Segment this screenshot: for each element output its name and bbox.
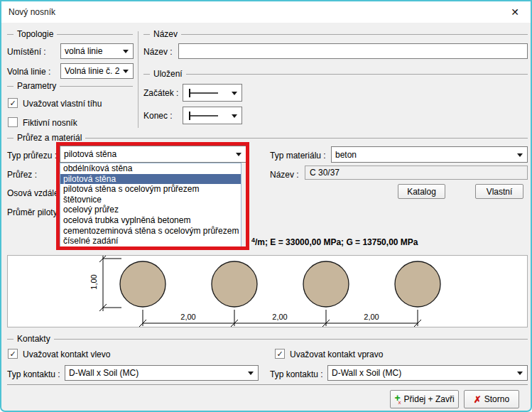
close-icon[interactable]: ✕ xyxy=(509,6,521,18)
group-name: Název xyxy=(143,29,528,39)
group-supports: Uložení xyxy=(143,69,528,79)
material-type-select[interactable]: beton xyxy=(331,146,528,163)
fictitious-beam-checkbox[interactable] xyxy=(8,117,18,127)
cancel-x-icon: ✗ xyxy=(474,394,482,405)
chevron-down-icon xyxy=(517,372,523,375)
material-name-field: C 30/37 xyxy=(305,166,528,180)
name-input[interactable] xyxy=(178,43,528,59)
location-value: volná linie xyxy=(65,46,102,56)
support-end-select[interactable] xyxy=(183,107,242,124)
add-close-button[interactable]: +x Přidej + Zavři xyxy=(390,390,459,408)
support-start-label: Začátek : xyxy=(143,88,178,98)
dropdown-item[interactable]: štětovnice xyxy=(60,195,241,205)
self-weight-label: Uvažovat vlastní tíhu xyxy=(23,99,102,109)
dropdown-item[interactable]: obdélníková stěna xyxy=(60,163,241,174)
group-contacts: Kontakty xyxy=(7,334,528,344)
group-name-label: Název xyxy=(153,29,178,39)
group-contacts-label: Kontakty xyxy=(17,334,50,344)
material-name-value: C 30/37 xyxy=(310,168,340,178)
support-end-label: Konec : xyxy=(143,111,173,121)
title-bar: Nový nosník ✕ xyxy=(1,1,531,23)
dialog-new-beam: Nový nosník ✕ Topologie Název Umístění :… xyxy=(0,0,532,412)
contact-type-left-label: Typ kontaktu : xyxy=(7,369,60,379)
section-type-select[interactable]: pilotová stěna xyxy=(60,146,246,163)
contact-type-right-select[interactable]: D-Wall x Soil (MC) xyxy=(327,365,528,381)
chevron-down-icon xyxy=(248,372,254,375)
group-topology: Topologie xyxy=(7,29,133,39)
cross-section-label: Průřez : xyxy=(7,170,37,180)
catalog-button-label: Katalog xyxy=(407,187,436,197)
custom-button[interactable]: Vlastní xyxy=(475,184,523,199)
contact-type-left-select[interactable]: D-Wall x Soil (MC) xyxy=(65,365,259,381)
fictitious-beam-label: Fiktivní nosník xyxy=(23,118,77,128)
dropdown-item[interactable]: ocelová trubka vyplněná betonem xyxy=(60,215,241,226)
free-line-value: Volná linie č. 2 xyxy=(65,66,119,76)
dim-label-h1: 2,00 xyxy=(180,313,195,321)
dropdown-item-selected[interactable]: pilotová stěna xyxy=(60,174,241,185)
free-line-select[interactable]: Volná linie č. 2 xyxy=(60,63,134,79)
dialog-title: Nový nosník xyxy=(9,7,55,17)
vertical-dimension xyxy=(99,256,121,311)
support-symbol-icon xyxy=(187,88,219,98)
checkmark-icon: ✓ xyxy=(9,349,16,358)
contact-type-left-value: D-Wall x Soil (MC) xyxy=(69,368,139,378)
pile-diameter-label: Průměr piloty xyxy=(7,207,58,217)
custom-button-label: Vlastní xyxy=(487,187,513,197)
cancel-button-label: Storno xyxy=(484,394,509,404)
pile-wall-drawing: 1,00 2,00 2,00 2,00 xyxy=(7,255,528,327)
group-cross-section-label: Průřez a materiál xyxy=(17,133,82,143)
contact-type-right-value: D-Wall x Soil (MC) xyxy=(332,368,401,378)
material-type-label: Typ materiálu : xyxy=(270,151,326,161)
pile-circle xyxy=(395,261,440,307)
dropdown-item[interactable]: číselné zadání xyxy=(60,236,241,246)
dim-label-h2: 2,00 xyxy=(272,313,287,321)
material-type-value: beton xyxy=(335,150,357,160)
chevron-down-icon xyxy=(232,114,237,118)
dropdown-item[interactable]: ocelový průřez xyxy=(60,205,241,215)
info-text: /m; E = 33000,00 MPa; G = 13750,00 MPa xyxy=(255,237,418,247)
contact-left-label: Uvažovat kontakt vlevo xyxy=(23,349,110,359)
pile-circle xyxy=(120,261,165,307)
contact-right-label: Uvažovat kontakt vpravo xyxy=(290,349,383,359)
column-divider xyxy=(138,31,139,128)
section-type-dropdown-list: obdélníková stěna pilotová stěna pilotov… xyxy=(60,163,241,247)
group-supports-label: Uložení xyxy=(153,69,183,79)
axial-distance-label: Osová vzdále xyxy=(7,188,59,198)
footer-divider xyxy=(7,384,528,385)
chevron-down-icon xyxy=(232,92,237,95)
checkmark-icon: ✓ xyxy=(276,349,283,358)
pile-circle xyxy=(303,261,349,307)
dropdown-item[interactable]: pilotová stěna s ocelovým průřezem xyxy=(60,184,241,195)
name-label: Název : xyxy=(143,47,173,57)
contact-type-right-label: Typ kontaktu : xyxy=(270,369,323,379)
add-plus-icon: +x xyxy=(394,394,401,406)
section-type-label: Typ průřezu : xyxy=(7,151,57,161)
catalog-button[interactable]: Katalog xyxy=(398,184,445,199)
cancel-button[interactable]: ✗ Storno xyxy=(464,390,519,408)
material-name-label: Název : xyxy=(270,170,299,180)
free-line-label: Volná linie : xyxy=(7,67,50,77)
location-label: Umístění : xyxy=(7,47,46,57)
self-weight-checkbox[interactable]: ✓ xyxy=(8,98,18,108)
section-properties-info: 4/m; E = 33000,00 MPa; G = 13750,00 MPa xyxy=(251,237,418,247)
pile-circle xyxy=(212,261,257,307)
location-select[interactable]: volná linie xyxy=(60,43,134,59)
add-close-button-label: Přidej + Zavři xyxy=(404,394,455,404)
contact-right-checkbox[interactable]: ✓ xyxy=(275,349,285,359)
section-type-value: pilotová stěna xyxy=(64,149,116,159)
dim-label-h3: 2,00 xyxy=(364,313,379,321)
dropdown-item[interactable]: cementozeminová stěna s ocelovým průřeze… xyxy=(60,226,241,237)
support-start-select[interactable] xyxy=(183,84,242,102)
support-symbol-icon xyxy=(187,111,219,121)
pile-wall-svg: 1,00 2,00 2,00 2,00 xyxy=(8,256,527,327)
dim-label-vertical: 1,00 xyxy=(89,274,98,289)
group-topology-label: Topologie xyxy=(17,29,53,39)
chevron-down-icon xyxy=(123,70,129,73)
group-cross-section: Průřez a materiál xyxy=(7,133,528,143)
group-parameters: Parametry xyxy=(7,81,133,91)
chevron-down-icon xyxy=(236,153,241,156)
checkmark-icon: ✓ xyxy=(9,99,16,107)
contact-left-checkbox[interactable]: ✓ xyxy=(8,349,18,359)
chevron-down-icon xyxy=(123,50,129,53)
group-parameters-label: Parametry xyxy=(17,81,56,91)
